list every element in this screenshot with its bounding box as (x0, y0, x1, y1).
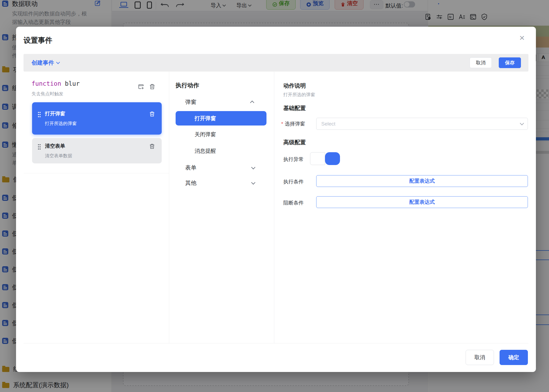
exec-condition-label: 执行条件 (283, 178, 304, 185)
exec-condition-expression-button[interactable]: 配置表达式 (316, 175, 528, 187)
action-tree-item[interactable]: 打开弹窗 (176, 111, 266, 126)
chevron-icon (251, 180, 256, 185)
exception-option-button[interactable] (310, 152, 325, 165)
delete-action-icon[interactable] (149, 143, 155, 150)
delete-event-icon[interactable] (149, 83, 156, 90)
modal-title: 设置事件 (24, 36, 52, 45)
event-block-divider (24, 173, 169, 173)
action-desc: 打开所选的弹窗 (45, 120, 149, 127)
action-desc: 清空表单数据 (45, 153, 149, 159)
event-action-card[interactable]: 打开弹窗 打开所选的弹窗 (32, 102, 162, 135)
popup-select[interactable]: Select (316, 118, 528, 130)
close-icon[interactable]: × (518, 34, 526, 42)
block-condition-label: 阻断条件 (283, 199, 304, 206)
footer-divider (24, 343, 528, 343)
drag-handle-icon[interactable] (38, 144, 40, 150)
select-placeholder: Select (321, 121, 335, 127)
exception-label: 执行异常 (283, 156, 304, 163)
action-tree-item[interactable]: 消息提醒 (176, 146, 266, 156)
event-save-button[interactable]: 保存 (499, 57, 521, 68)
column-divider (169, 72, 169, 343)
exception-segmented (310, 152, 340, 165)
event-signature: function blur (32, 80, 80, 87)
action-desc-text: 打开所选的弹窗 (283, 92, 315, 98)
event-header-bar: 创建事件 取消 保存 (24, 54, 528, 72)
required-mark: * (281, 121, 283, 127)
action-title: 清空表单 (45, 143, 149, 150)
set-event-modal: 设置事件 × 创建事件 取消 保存 function blur 失去焦点时触发 … (16, 27, 536, 372)
action-title: 打开弹窗 (45, 110, 149, 117)
exception-option-button[interactable] (325, 152, 340, 165)
chevron-down-icon (56, 60, 60, 64)
drag-handle-icon[interactable] (38, 112, 40, 118)
column-divider (274, 72, 274, 343)
event-action-card[interactable]: 清空表单 清空表单数据 (32, 138, 162, 163)
chevron-down-icon (520, 121, 524, 126)
chevron-icon (250, 100, 254, 105)
select-popup-label: *选择弹窗 (281, 120, 305, 127)
event-trigger-desc: 失去焦点时触发 (32, 91, 63, 97)
action-tree-item[interactable]: 关闭弹窗 (176, 129, 266, 140)
modal-confirm-button[interactable]: 确定 (500, 350, 528, 365)
chevron-icon (251, 165, 256, 169)
event-cancel-button[interactable]: 取消 (470, 57, 492, 68)
add-action-icon[interactable] (138, 83, 145, 90)
create-event-dropdown[interactable]: 创建事件 (32, 59, 59, 66)
action-tree-title: 执行动作 (176, 81, 199, 89)
action-tree-item[interactable]: 弹窗 (176, 97, 266, 107)
action-tree-item[interactable]: 其他 (176, 178, 266, 188)
action-tree-item[interactable]: 表单 (176, 162, 266, 173)
action-desc-title: 动作说明 (283, 82, 306, 89)
delete-action-icon[interactable] (149, 111, 155, 117)
modal-cancel-button[interactable]: 取消 (466, 350, 494, 365)
basic-config-title: 基础配置 (283, 104, 306, 112)
advanced-config-title: 高级配置 (283, 139, 306, 146)
block-condition-expression-button[interactable]: 配置表达式 (316, 196, 528, 208)
